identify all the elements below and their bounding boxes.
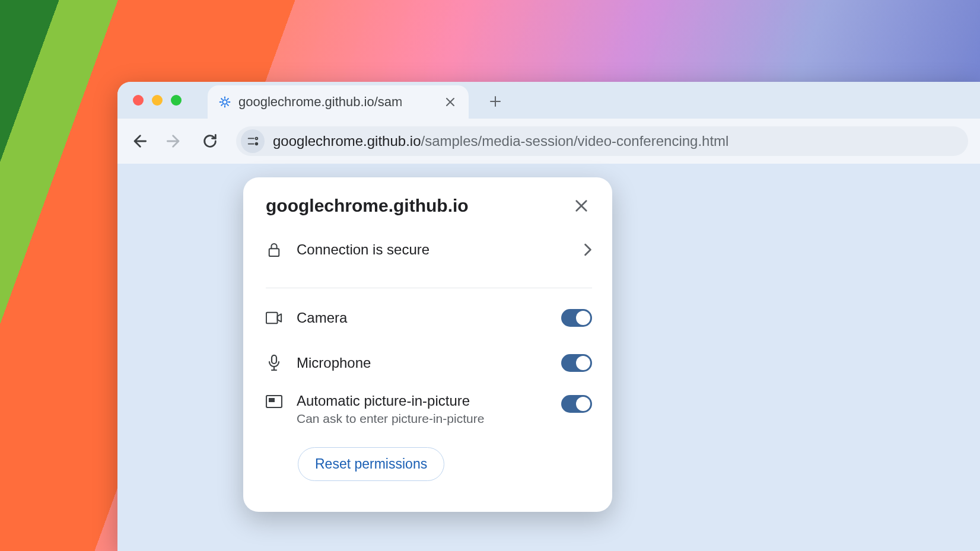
reset-permissions-button[interactable]: Reset permissions [298, 447, 444, 481]
lock-icon [266, 242, 282, 257]
svg-point-0 [222, 100, 227, 104]
svg-rect-7 [269, 398, 275, 402]
permission-label: Camera [297, 310, 547, 326]
favicon-icon [218, 95, 231, 109]
tab-title: googlechrome.github.io/sam [238, 94, 435, 110]
new-tab-button[interactable] [488, 94, 503, 109]
svg-rect-3 [269, 249, 279, 256]
connection-secure-label: Connection is secure [297, 241, 569, 258]
reload-button[interactable] [201, 132, 219, 151]
microphone-icon [266, 355, 282, 371]
toolbar: googlechrome.github.io/samples/media-ses… [117, 119, 980, 164]
zoom-window-button[interactable] [171, 95, 182, 106]
chevron-right-icon [584, 243, 592, 256]
url-host: googlechrome.github.io [273, 133, 421, 149]
forward-button[interactable] [165, 132, 184, 151]
close-tab-button[interactable] [443, 94, 458, 110]
permission-row-pip: Automatic picture-in-picture Can ask to … [243, 386, 612, 438]
close-window-button[interactable] [133, 95, 144, 106]
back-button[interactable] [129, 132, 148, 151]
tab-strip: googlechrome.github.io/sam [117, 82, 980, 119]
permission-label: Automatic picture-in-picture [297, 393, 547, 409]
connection-secure-row[interactable]: Connection is secure [266, 227, 592, 288]
window-controls [133, 95, 182, 106]
permission-row-camera: Camera [243, 295, 612, 340]
site-info-popover: googlechrome.github.io Connection is sec… [243, 177, 612, 512]
svg-rect-4 [266, 313, 278, 324]
site-info-button[interactable] [241, 129, 265, 153]
permission-label: Microphone [297, 355, 547, 371]
permission-row-microphone: Microphone [243, 340, 612, 386]
svg-point-2 [256, 143, 258, 145]
pip-toggle[interactable] [561, 395, 592, 413]
microphone-toggle[interactable] [561, 354, 592, 372]
url-text: googlechrome.github.io/samples/media-ses… [273, 133, 728, 149]
camera-icon [266, 311, 282, 324]
browser-tab[interactable]: googlechrome.github.io/sam [208, 85, 469, 119]
permission-subtitle: Can ask to enter picture-in-picture [297, 412, 547, 426]
minimize-window-button[interactable] [152, 95, 163, 106]
svg-point-1 [256, 138, 258, 140]
camera-toggle[interactable] [561, 309, 592, 327]
address-bar[interactable]: googlechrome.github.io/samples/media-ses… [236, 126, 968, 156]
picture-in-picture-icon [266, 395, 282, 408]
popover-close-button[interactable] [571, 195, 592, 216]
svg-rect-5 [272, 355, 276, 364]
url-path: /samples/media-session/video-conferencin… [421, 133, 729, 149]
browser-window: googlechrome.github.io/sam googlechrome.… [117, 82, 980, 551]
popover-title: googlechrome.github.io [266, 196, 469, 216]
